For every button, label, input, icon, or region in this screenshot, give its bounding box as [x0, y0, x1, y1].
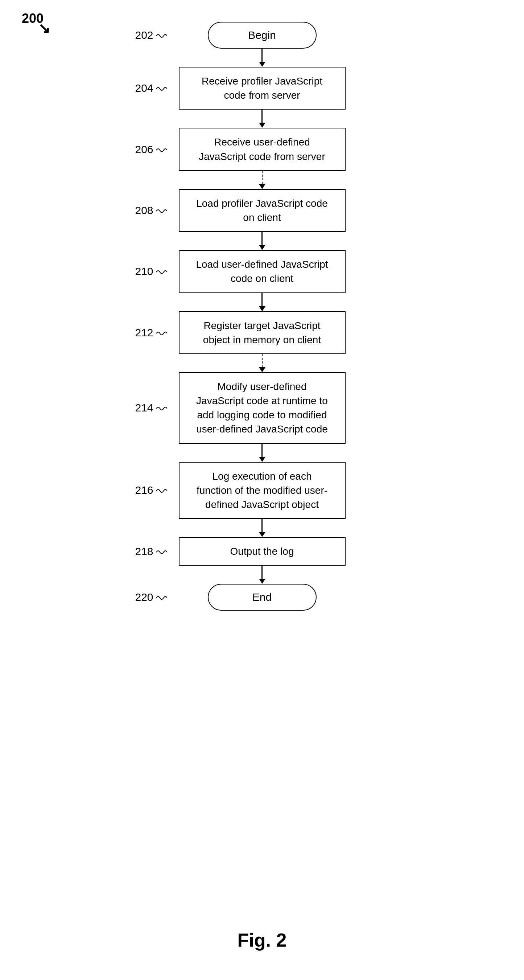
process-210: Load user-defined JavaScriptcode on clie…	[179, 250, 346, 293]
arrow-206-208	[259, 171, 265, 189]
arrow-210-212	[259, 293, 265, 311]
diagram-container: 200 ↘ 202 Begin 204 Receive profile	[0, 0, 524, 980]
step-label-212: 212	[135, 326, 169, 339]
arrow-204-206	[259, 110, 265, 128]
arrow-208-210	[259, 232, 265, 250]
step-row-202: 202 Begin	[135, 22, 389, 49]
figure-label: Fig. 2	[238, 929, 287, 951]
step-row-206: 206 Receive user-definedJavaScript code …	[135, 128, 389, 170]
step-label-202: 202	[135, 29, 169, 41]
step-label-220: 220	[135, 591, 169, 603]
arrow-214-216	[259, 444, 265, 462]
step-row-208: 208 Load profiler JavaScript codeon clie…	[135, 189, 389, 232]
process-206: Receive user-definedJavaScript code from…	[179, 128, 346, 170]
step-label-206: 206	[135, 143, 169, 156]
step-row-216: 216 Log execution of eachfunction of the…	[135, 462, 389, 519]
arrow-212-214	[259, 354, 265, 372]
step-row-212: 212 Register target JavaScriptobject in …	[135, 311, 389, 354]
step-label-204: 204	[135, 82, 169, 94]
terminal-begin: Begin	[208, 22, 317, 49]
step-label-216: 216	[135, 484, 169, 496]
process-212: Register target JavaScriptobject in memo…	[179, 311, 346, 354]
step-row-218: 218 Output the log	[135, 537, 389, 566]
terminal-end: End	[208, 584, 317, 611]
step-row-210: 210 Load user-defined JavaScriptcode on …	[135, 250, 389, 293]
process-204: Receive profiler JavaScriptcode from ser…	[179, 67, 346, 110]
process-216: Log execution of eachfunction of the mod…	[179, 462, 346, 519]
step-row-214: 214 Modify user-definedJavaScript code a…	[135, 372, 389, 444]
step-row-204: 204 Receive profiler JavaScriptcode from…	[135, 67, 389, 110]
process-208: Load profiler JavaScript codeon client	[179, 189, 346, 232]
step-label-218: 218	[135, 545, 169, 558]
step-row-220: 220 End	[135, 584, 389, 611]
flowchart: 202 Begin 204 Receive profiler JavaScrip…	[135, 11, 389, 654]
step-label-214: 214	[135, 402, 169, 414]
process-214: Modify user-definedJavaScript code at ru…	[179, 372, 346, 444]
arrow-indicator: ↘	[38, 20, 51, 37]
arrow-218-220	[259, 566, 265, 584]
step-label-210: 210	[135, 265, 169, 278]
step-label-208: 208	[135, 204, 169, 216]
process-218: Output the log	[179, 537, 346, 566]
arrow-202-204	[259, 49, 265, 67]
arrow-216-218	[259, 519, 265, 537]
